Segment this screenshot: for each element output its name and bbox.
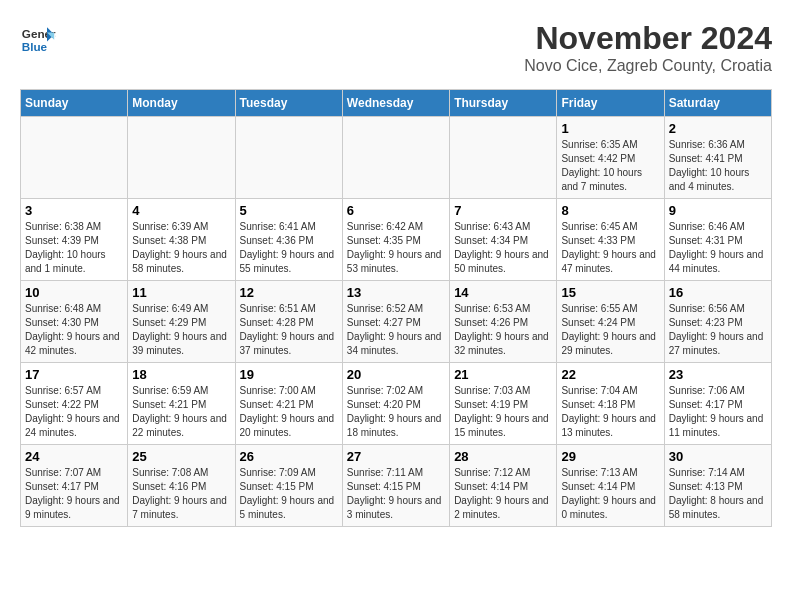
day-number: 21 [454,367,552,382]
day-info: Sunrise: 7:08 AM Sunset: 4:16 PM Dayligh… [132,466,230,522]
general-blue-icon: General Blue [20,20,56,56]
calendar-week-row: 10Sunrise: 6:48 AM Sunset: 4:30 PM Dayli… [21,281,772,363]
day-info: Sunrise: 7:02 AM Sunset: 4:20 PM Dayligh… [347,384,445,440]
logo: General Blue [20,20,62,56]
day-info: Sunrise: 6:51 AM Sunset: 4:28 PM Dayligh… [240,302,338,358]
day-info: Sunrise: 6:57 AM Sunset: 4:22 PM Dayligh… [25,384,123,440]
day-info: Sunrise: 7:07 AM Sunset: 4:17 PM Dayligh… [25,466,123,522]
location-title: Novo Cice, Zagreb County, Croatia [524,57,772,75]
calendar-day-cell: 14Sunrise: 6:53 AM Sunset: 4:26 PM Dayli… [450,281,557,363]
calendar-day-cell: 21Sunrise: 7:03 AM Sunset: 4:19 PM Dayli… [450,363,557,445]
day-info: Sunrise: 7:06 AM Sunset: 4:17 PM Dayligh… [669,384,767,440]
day-of-week-header: Wednesday [342,90,449,117]
calendar-day-cell: 12Sunrise: 6:51 AM Sunset: 4:28 PM Dayli… [235,281,342,363]
day-number: 5 [240,203,338,218]
day-number: 6 [347,203,445,218]
calendar-table: SundayMondayTuesdayWednesdayThursdayFrid… [20,89,772,527]
day-number: 22 [561,367,659,382]
day-number: 24 [25,449,123,464]
calendar-day-cell: 11Sunrise: 6:49 AM Sunset: 4:29 PM Dayli… [128,281,235,363]
day-info: Sunrise: 7:13 AM Sunset: 4:14 PM Dayligh… [561,466,659,522]
day-number: 11 [132,285,230,300]
day-info: Sunrise: 6:35 AM Sunset: 4:42 PM Dayligh… [561,138,659,194]
day-info: Sunrise: 6:46 AM Sunset: 4:31 PM Dayligh… [669,220,767,276]
svg-text:Blue: Blue [22,40,48,53]
day-number: 23 [669,367,767,382]
day-info: Sunrise: 6:45 AM Sunset: 4:33 PM Dayligh… [561,220,659,276]
day-info: Sunrise: 6:49 AM Sunset: 4:29 PM Dayligh… [132,302,230,358]
day-info: Sunrise: 7:14 AM Sunset: 4:13 PM Dayligh… [669,466,767,522]
day-of-week-header: Saturday [664,90,771,117]
calendar-day-cell [21,117,128,199]
day-number: 15 [561,285,659,300]
calendar-day-cell: 5Sunrise: 6:41 AM Sunset: 4:36 PM Daylig… [235,199,342,281]
calendar-day-cell: 29Sunrise: 7:13 AM Sunset: 4:14 PM Dayli… [557,445,664,527]
day-number: 25 [132,449,230,464]
calendar-day-cell: 6Sunrise: 6:42 AM Sunset: 4:35 PM Daylig… [342,199,449,281]
calendar-day-cell: 1Sunrise: 6:35 AM Sunset: 4:42 PM Daylig… [557,117,664,199]
day-info: Sunrise: 6:38 AM Sunset: 4:39 PM Dayligh… [25,220,123,276]
day-info: Sunrise: 6:43 AM Sunset: 4:34 PM Dayligh… [454,220,552,276]
calendar-day-cell [450,117,557,199]
day-number: 17 [25,367,123,382]
calendar-day-cell: 28Sunrise: 7:12 AM Sunset: 4:14 PM Dayli… [450,445,557,527]
day-info: Sunrise: 6:56 AM Sunset: 4:23 PM Dayligh… [669,302,767,358]
day-info: Sunrise: 7:03 AM Sunset: 4:19 PM Dayligh… [454,384,552,440]
calendar-day-cell: 4Sunrise: 6:39 AM Sunset: 4:38 PM Daylig… [128,199,235,281]
calendar-day-cell: 10Sunrise: 6:48 AM Sunset: 4:30 PM Dayli… [21,281,128,363]
calendar-day-cell: 22Sunrise: 7:04 AM Sunset: 4:18 PM Dayli… [557,363,664,445]
calendar-day-cell: 15Sunrise: 6:55 AM Sunset: 4:24 PM Dayli… [557,281,664,363]
calendar-header-row: SundayMondayTuesdayWednesdayThursdayFrid… [21,90,772,117]
calendar-day-cell: 8Sunrise: 6:45 AM Sunset: 4:33 PM Daylig… [557,199,664,281]
day-number: 2 [669,121,767,136]
day-number: 20 [347,367,445,382]
calendar-week-row: 3Sunrise: 6:38 AM Sunset: 4:39 PM Daylig… [21,199,772,281]
day-number: 3 [25,203,123,218]
month-title: November 2024 [524,20,772,57]
day-of-week-header: Sunday [21,90,128,117]
day-of-week-header: Thursday [450,90,557,117]
day-info: Sunrise: 6:55 AM Sunset: 4:24 PM Dayligh… [561,302,659,358]
calendar-day-cell: 16Sunrise: 6:56 AM Sunset: 4:23 PM Dayli… [664,281,771,363]
day-number: 8 [561,203,659,218]
day-number: 19 [240,367,338,382]
calendar-day-cell: 18Sunrise: 6:59 AM Sunset: 4:21 PM Dayli… [128,363,235,445]
day-info: Sunrise: 6:42 AM Sunset: 4:35 PM Dayligh… [347,220,445,276]
day-number: 9 [669,203,767,218]
calendar-day-cell: 2Sunrise: 6:36 AM Sunset: 4:41 PM Daylig… [664,117,771,199]
day-info: Sunrise: 7:04 AM Sunset: 4:18 PM Dayligh… [561,384,659,440]
day-number: 30 [669,449,767,464]
calendar-day-cell [342,117,449,199]
calendar-day-cell: 13Sunrise: 6:52 AM Sunset: 4:27 PM Dayli… [342,281,449,363]
calendar-week-row: 1Sunrise: 6:35 AM Sunset: 4:42 PM Daylig… [21,117,772,199]
day-number: 12 [240,285,338,300]
day-number: 13 [347,285,445,300]
calendar-week-row: 17Sunrise: 6:57 AM Sunset: 4:22 PM Dayli… [21,363,772,445]
day-number: 18 [132,367,230,382]
calendar-day-cell: 17Sunrise: 6:57 AM Sunset: 4:22 PM Dayli… [21,363,128,445]
calendar-day-cell [128,117,235,199]
day-of-week-header: Friday [557,90,664,117]
day-info: Sunrise: 6:48 AM Sunset: 4:30 PM Dayligh… [25,302,123,358]
day-info: Sunrise: 7:00 AM Sunset: 4:21 PM Dayligh… [240,384,338,440]
calendar-day-cell [235,117,342,199]
day-info: Sunrise: 6:59 AM Sunset: 4:21 PM Dayligh… [132,384,230,440]
day-number: 7 [454,203,552,218]
day-info: Sunrise: 7:11 AM Sunset: 4:15 PM Dayligh… [347,466,445,522]
day-number: 4 [132,203,230,218]
calendar-week-row: 24Sunrise: 7:07 AM Sunset: 4:17 PM Dayli… [21,445,772,527]
calendar-day-cell: 23Sunrise: 7:06 AM Sunset: 4:17 PM Dayli… [664,363,771,445]
day-number: 29 [561,449,659,464]
day-info: Sunrise: 6:41 AM Sunset: 4:36 PM Dayligh… [240,220,338,276]
day-number: 16 [669,285,767,300]
day-number: 26 [240,449,338,464]
day-number: 10 [25,285,123,300]
calendar-day-cell: 20Sunrise: 7:02 AM Sunset: 4:20 PM Dayli… [342,363,449,445]
title-section: November 2024 Novo Cice, Zagreb County, … [524,20,772,75]
calendar-day-cell: 27Sunrise: 7:11 AM Sunset: 4:15 PM Dayli… [342,445,449,527]
day-info: Sunrise: 7:09 AM Sunset: 4:15 PM Dayligh… [240,466,338,522]
day-number: 27 [347,449,445,464]
calendar-day-cell: 9Sunrise: 6:46 AM Sunset: 4:31 PM Daylig… [664,199,771,281]
day-info: Sunrise: 6:36 AM Sunset: 4:41 PM Dayligh… [669,138,767,194]
day-number: 28 [454,449,552,464]
